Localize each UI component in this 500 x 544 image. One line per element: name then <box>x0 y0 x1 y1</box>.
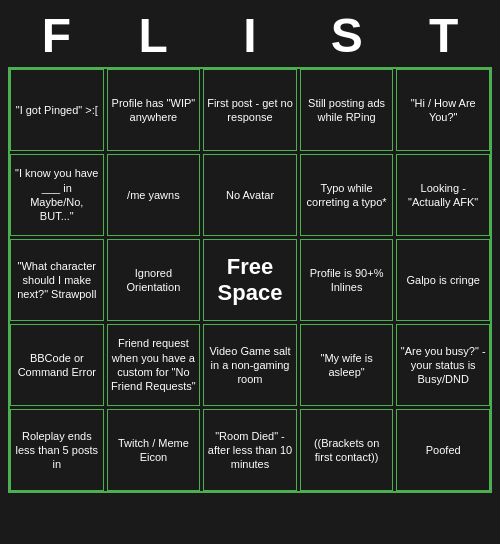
bingo-cell-text[interactable]: "I know you have ___ in Maybe/No, BUT...… <box>10 154 104 236</box>
bingo-cell-text[interactable]: Profile has "WIP" anywhere <box>107 69 201 151</box>
bingo-cell-text[interactable]: /me yawns <box>107 154 201 236</box>
bingo-title: FLIST <box>8 8 492 63</box>
free-space-cell[interactable]: Free Space <box>203 239 297 321</box>
title-letter: L <box>109 8 197 63</box>
bingo-cell-text[interactable]: Ignored Orientation <box>107 239 201 321</box>
bingo-cell-text[interactable]: "Are you busy?" -your status is Busy/DND <box>396 324 490 406</box>
title-letter: F <box>12 8 100 63</box>
bingo-cell-text[interactable]: Profile is 90+% Inlines <box>300 239 394 321</box>
bingo-cell-text[interactable]: "My wife is asleep" <box>300 324 394 406</box>
title-letter: I <box>206 8 294 63</box>
bingo-cell-text[interactable]: Friend request when you have a custom fo… <box>107 324 201 406</box>
bingo-cell-text[interactable]: First post - get no response <box>203 69 297 151</box>
bingo-cell-text[interactable]: "Room Died" - after less than 10 minutes <box>203 409 297 491</box>
bingo-cell-text[interactable]: ((Brackets on first contact)) <box>300 409 394 491</box>
bingo-cell-text[interactable]: BBCode or Command Error <box>10 324 104 406</box>
free-space-text: Free Space <box>207 254 293 307</box>
bingo-cell-text[interactable]: "I got Pinged" >:[ <box>10 69 104 151</box>
bingo-cell-text[interactable]: "Hi / How Are You?" <box>396 69 490 151</box>
title-letter: S <box>303 8 391 63</box>
bingo-card: FLIST "I got Pinged" >:[Profile has "WIP… <box>0 0 500 544</box>
bingo-cell-text[interactable]: Video Game salt in a non-gaming room <box>203 324 297 406</box>
bingo-cell-text[interactable]: Typo while correting a typo* <box>300 154 394 236</box>
bingo-cell-text[interactable]: Looking - "Actually AFK" <box>396 154 490 236</box>
bingo-cell-text[interactable]: No Avatar <box>203 154 297 236</box>
bingo-cell-text[interactable]: Twitch / Meme Eicon <box>107 409 201 491</box>
bingo-cell-text[interactable]: Poofed <box>396 409 490 491</box>
title-letter: T <box>400 8 488 63</box>
bingo-cell-text[interactable]: Galpo is cringe <box>396 239 490 321</box>
bingo-grid: "I got Pinged" >:[Profile has "WIP" anyw… <box>8 67 492 493</box>
bingo-cell-text[interactable]: Roleplay ends less than 5 posts in <box>10 409 104 491</box>
bingo-cell-text[interactable]: "What character should I make next?" Str… <box>10 239 104 321</box>
bingo-cell-text[interactable]: Still posting ads while RPing <box>300 69 394 151</box>
